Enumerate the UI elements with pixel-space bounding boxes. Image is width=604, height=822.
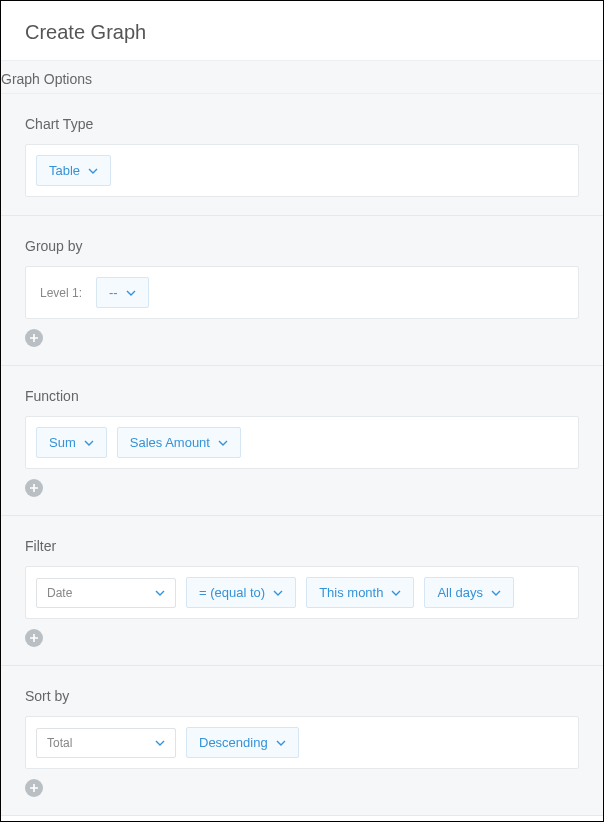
filter-operator-dropdown[interactable]: = (equal to): [186, 577, 296, 608]
filter-period-value: This month: [319, 585, 383, 600]
group-by-panel: Level 1: --: [25, 266, 579, 319]
chart-type-value: Table: [49, 163, 80, 178]
chevron-down-icon: [155, 738, 165, 748]
chevron-down-icon: [273, 588, 283, 598]
filter-days-dropdown[interactable]: All days: [424, 577, 514, 608]
group-by-dropdown[interactable]: --: [96, 277, 149, 308]
chevron-down-icon: [84, 438, 94, 448]
sort-by-section: Sort by Total Descending: [1, 666, 603, 816]
function-section: Function Sum Sales Amount: [1, 366, 603, 516]
group-by-section: Group by Level 1: --: [1, 216, 603, 366]
sort-by-field-value: Total: [47, 736, 72, 750]
function-field-dropdown[interactable]: Sales Amount: [117, 427, 241, 458]
sort-by-direction-value: Descending: [199, 735, 268, 750]
chart-type-panel: Table: [25, 144, 579, 197]
add-filter-button[interactable]: [25, 629, 43, 647]
filter-panel: Date = (equal to) This month All days: [25, 566, 579, 619]
chevron-down-icon: [126, 288, 136, 298]
filter-period-dropdown[interactable]: This month: [306, 577, 414, 608]
subheader: Graph Options: [1, 60, 603, 94]
chevron-down-icon: [391, 588, 401, 598]
chart-type-section: Chart Type Table: [1, 94, 603, 216]
chart-type-label: Chart Type: [25, 116, 579, 132]
add-function-button[interactable]: [25, 479, 43, 497]
group-by-value: --: [109, 285, 118, 300]
chevron-down-icon: [218, 438, 228, 448]
sort-by-label: Sort by: [25, 688, 579, 704]
group-by-label: Group by: [25, 238, 579, 254]
chart-type-dropdown[interactable]: Table: [36, 155, 111, 186]
chevron-down-icon: [276, 738, 286, 748]
filter-operator-value: = (equal to): [199, 585, 265, 600]
filter-days-value: All days: [437, 585, 483, 600]
function-panel: Sum Sales Amount: [25, 416, 579, 469]
add-sort-button[interactable]: [25, 779, 43, 797]
sort-by-panel: Total Descending: [25, 716, 579, 769]
chevron-down-icon: [491, 588, 501, 598]
function-field-value: Sales Amount: [130, 435, 210, 450]
function-label: Function: [25, 388, 579, 404]
header: Create Graph: [1, 1, 603, 60]
sort-by-field-dropdown[interactable]: Total: [36, 728, 176, 758]
chevron-down-icon: [88, 166, 98, 176]
group-by-level-label: Level 1:: [40, 286, 82, 300]
filter-field-dropdown[interactable]: Date: [36, 578, 176, 608]
function-aggregate-value: Sum: [49, 435, 76, 450]
filter-label: Filter: [25, 538, 579, 554]
add-group-button[interactable]: [25, 329, 43, 347]
function-aggregate-dropdown[interactable]: Sum: [36, 427, 107, 458]
filter-section: Filter Date = (equal to) This month All …: [1, 516, 603, 666]
sort-by-direction-dropdown[interactable]: Descending: [186, 727, 299, 758]
page-title: Create Graph: [25, 21, 579, 44]
chevron-down-icon: [155, 588, 165, 598]
filter-field-value: Date: [47, 586, 72, 600]
